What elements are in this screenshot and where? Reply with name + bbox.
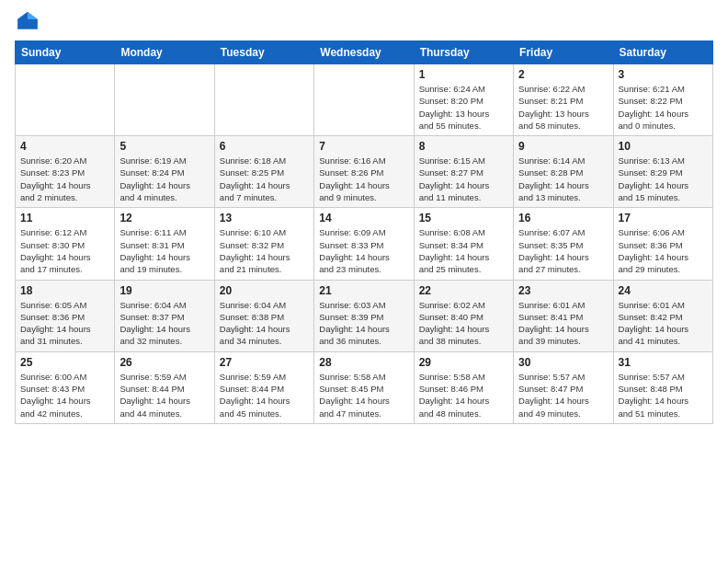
day-number: 16: [518, 212, 608, 224]
day-info: Sunrise: 5:58 AMSunset: 8:46 PMDaylight:…: [419, 371, 508, 419]
calendar-week-row: 1Sunrise: 6:24 AMSunset: 8:20 PMDaylight…: [16, 64, 713, 136]
day-number: 17: [619, 212, 708, 224]
day-number: 20: [220, 284, 309, 297]
day-number: 29: [419, 356, 508, 369]
day-info: Sunrise: 6:07 AMSunset: 8:35 PMDaylight:…: [518, 226, 608, 275]
day-number: 24: [619, 284, 708, 297]
day-number: 5: [119, 140, 209, 153]
calendar-cell: 31Sunrise: 5:57 AMSunset: 8:48 PMDayligh…: [613, 351, 712, 423]
day-number: 14: [319, 212, 408, 224]
calendar-cell: 11Sunrise: 6:12 AMSunset: 8:30 PMDayligh…: [16, 208, 115, 280]
day-info: Sunrise: 6:12 AMSunset: 8:30 PMDaylight:…: [20, 226, 109, 275]
day-info: Sunrise: 6:22 AMSunset: 8:21 PMDaylight:…: [518, 83, 608, 132]
calendar-cell: 21Sunrise: 6:03 AMSunset: 8:39 PMDayligh…: [314, 280, 414, 351]
col-header-monday: Monday: [115, 41, 214, 64]
calendar-cell: [314, 64, 414, 136]
day-info: Sunrise: 6:03 AMSunset: 8:39 PMDaylight:…: [319, 299, 408, 348]
calendar-cell: 13Sunrise: 6:10 AMSunset: 8:32 PMDayligh…: [214, 208, 313, 280]
day-info: Sunrise: 5:58 AMSunset: 8:45 PMDaylight:…: [319, 371, 408, 419]
day-info: Sunrise: 6:13 AMSunset: 8:29 PMDaylight:…: [619, 155, 708, 203]
calendar-week-row: 4Sunrise: 6:20 AMSunset: 8:23 PMDaylight…: [16, 136, 713, 208]
day-info: Sunrise: 6:04 AMSunset: 8:38 PMDaylight:…: [220, 299, 309, 348]
calendar-cell: 23Sunrise: 6:01 AMSunset: 8:41 PMDayligh…: [514, 280, 613, 351]
calendar-cell: 20Sunrise: 6:04 AMSunset: 8:38 PMDayligh…: [214, 280, 313, 351]
calendar-cell: 28Sunrise: 5:58 AMSunset: 8:45 PMDayligh…: [314, 351, 414, 423]
day-number: 22: [419, 284, 508, 297]
day-info: Sunrise: 6:09 AMSunset: 8:33 PMDaylight:…: [319, 226, 408, 275]
day-info: Sunrise: 6:18 AMSunset: 8:25 PMDaylight:…: [220, 155, 309, 203]
day-number: 8: [419, 140, 508, 153]
day-info: Sunrise: 6:24 AMSunset: 8:20 PMDaylight:…: [419, 83, 508, 132]
day-info: Sunrise: 6:14 AMSunset: 8:28 PMDaylight:…: [518, 155, 608, 203]
logo-icon: [15, 9, 40, 35]
calendar-cell: 27Sunrise: 5:59 AMSunset: 8:44 PMDayligh…: [214, 351, 313, 423]
header: [15, 9, 713, 35]
day-number: 31: [619, 356, 708, 369]
day-number: 23: [518, 284, 608, 297]
day-info: Sunrise: 6:00 AMSunset: 8:43 PMDaylight:…: [20, 371, 109, 419]
col-header-saturday: Saturday: [613, 41, 712, 64]
day-number: 25: [20, 356, 109, 369]
svg-marker-2: [17, 12, 28, 19]
calendar-cell: 26Sunrise: 5:59 AMSunset: 8:44 PMDayligh…: [115, 351, 214, 423]
day-info: Sunrise: 6:01 AMSunset: 8:41 PMDaylight:…: [518, 299, 608, 348]
day-number: 30: [518, 356, 608, 369]
day-number: 26: [119, 356, 209, 369]
day-number: 1: [419, 68, 508, 81]
calendar-cell: 3Sunrise: 6:21 AMSunset: 8:22 PMDaylight…: [613, 64, 712, 136]
calendar-cell: [115, 64, 214, 136]
day-number: 6: [220, 140, 309, 153]
day-info: Sunrise: 6:11 AMSunset: 8:31 PMDaylight:…: [119, 226, 209, 275]
calendar-cell: 30Sunrise: 5:57 AMSunset: 8:47 PMDayligh…: [514, 351, 613, 423]
calendar-cell: 5Sunrise: 6:19 AMSunset: 8:24 PMDaylight…: [115, 136, 214, 208]
day-number: 11: [20, 212, 109, 224]
day-info: Sunrise: 6:04 AMSunset: 8:37 PMDaylight:…: [119, 299, 209, 348]
calendar-cell: 10Sunrise: 6:13 AMSunset: 8:29 PMDayligh…: [613, 136, 712, 208]
day-number: 12: [119, 212, 209, 224]
calendar-cell: 6Sunrise: 6:18 AMSunset: 8:25 PMDaylight…: [214, 136, 313, 208]
day-info: Sunrise: 6:20 AMSunset: 8:23 PMDaylight:…: [20, 155, 109, 203]
calendar-cell: 9Sunrise: 6:14 AMSunset: 8:28 PMDaylight…: [514, 136, 613, 208]
day-info: Sunrise: 6:10 AMSunset: 8:32 PMDaylight:…: [220, 226, 309, 275]
col-header-friday: Friday: [514, 41, 613, 64]
calendar-cell: 29Sunrise: 5:58 AMSunset: 8:46 PMDayligh…: [414, 351, 513, 423]
day-number: 7: [319, 140, 408, 153]
calendar-header-row: SundayMondayTuesdayWednesdayThursdayFrid…: [16, 41, 713, 64]
day-info: Sunrise: 6:19 AMSunset: 8:24 PMDaylight:…: [119, 155, 209, 203]
day-number: 19: [119, 284, 209, 297]
calendar-cell: 15Sunrise: 6:08 AMSunset: 8:34 PMDayligh…: [414, 208, 513, 280]
day-info: Sunrise: 6:05 AMSunset: 8:36 PMDaylight:…: [20, 299, 109, 348]
day-number: 28: [319, 356, 408, 369]
col-header-tuesday: Tuesday: [214, 41, 313, 64]
svg-marker-1: [28, 12, 38, 19]
calendar-cell: 12Sunrise: 6:11 AMSunset: 8:31 PMDayligh…: [115, 208, 214, 280]
calendar-cell: 24Sunrise: 6:01 AMSunset: 8:42 PMDayligh…: [613, 280, 712, 351]
day-info: Sunrise: 6:08 AMSunset: 8:34 PMDaylight:…: [419, 226, 508, 275]
calendar-cell: 19Sunrise: 6:04 AMSunset: 8:37 PMDayligh…: [115, 280, 214, 351]
calendar-week-row: 18Sunrise: 6:05 AMSunset: 8:36 PMDayligh…: [16, 280, 713, 351]
calendar-cell: [214, 64, 313, 136]
calendar-cell: 7Sunrise: 6:16 AMSunset: 8:26 PMDaylight…: [314, 136, 414, 208]
calendar-cell: 4Sunrise: 6:20 AMSunset: 8:23 PMDaylight…: [16, 136, 115, 208]
day-info: Sunrise: 6:01 AMSunset: 8:42 PMDaylight:…: [619, 299, 708, 348]
calendar-cell: 25Sunrise: 6:00 AMSunset: 8:43 PMDayligh…: [16, 351, 115, 423]
day-info: Sunrise: 6:21 AMSunset: 8:22 PMDaylight:…: [619, 83, 708, 132]
calendar-cell: [16, 64, 115, 136]
day-info: Sunrise: 5:57 AMSunset: 8:47 PMDaylight:…: [518, 371, 608, 419]
day-number: 15: [419, 212, 508, 224]
calendar-cell: 8Sunrise: 6:15 AMSunset: 8:27 PMDaylight…: [414, 136, 513, 208]
calendar-cell: 17Sunrise: 6:06 AMSunset: 8:36 PMDayligh…: [613, 208, 712, 280]
col-header-sunday: Sunday: [16, 41, 115, 64]
day-info: Sunrise: 5:59 AMSunset: 8:44 PMDaylight:…: [220, 371, 309, 419]
day-number: 21: [319, 284, 408, 297]
page: SundayMondayTuesdayWednesdayThursdayFrid…: [0, 0, 728, 563]
calendar-cell: 22Sunrise: 6:02 AMSunset: 8:40 PMDayligh…: [414, 280, 513, 351]
calendar-cell: 18Sunrise: 6:05 AMSunset: 8:36 PMDayligh…: [16, 280, 115, 351]
day-number: 2: [518, 68, 608, 81]
day-info: Sunrise: 5:59 AMSunset: 8:44 PMDaylight:…: [119, 371, 209, 419]
calendar-week-row: 11Sunrise: 6:12 AMSunset: 8:30 PMDayligh…: [16, 208, 713, 280]
day-number: 27: [220, 356, 309, 369]
calendar-week-row: 25Sunrise: 6:00 AMSunset: 8:43 PMDayligh…: [16, 351, 713, 423]
day-info: Sunrise: 6:06 AMSunset: 8:36 PMDaylight:…: [619, 226, 708, 275]
day-info: Sunrise: 6:02 AMSunset: 8:40 PMDaylight:…: [419, 299, 508, 348]
